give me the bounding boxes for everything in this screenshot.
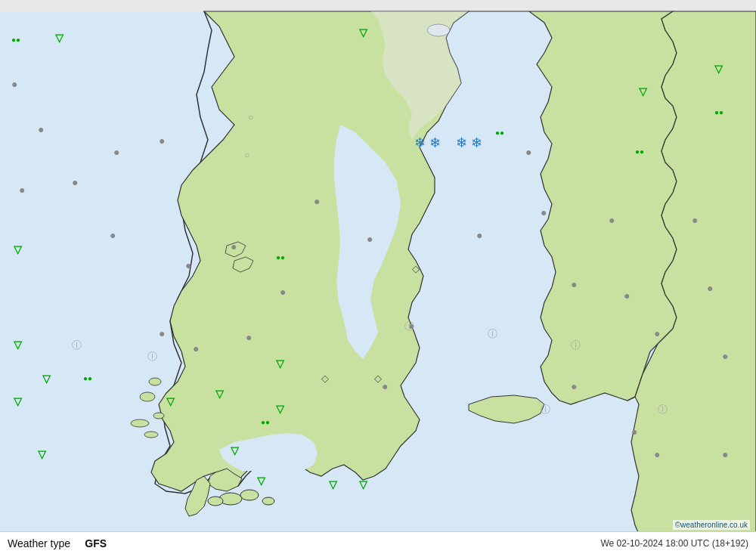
watermark: ©weatheronline.co.uk xyxy=(673,520,750,530)
halfcircle-symbol: Ⓘ xyxy=(658,403,668,416)
snowflake-symbol: ❄ xyxy=(456,135,467,151)
precip-symbol: ▽ xyxy=(14,395,22,407)
precip-symbol: ▽ xyxy=(276,403,284,415)
precip-symbol: ▽ xyxy=(42,373,51,385)
precip-symbol: ▽ xyxy=(359,26,367,39)
snow-symbol: ● xyxy=(159,135,165,147)
svg-point-8 xyxy=(208,497,223,506)
snow-symbol: ● xyxy=(654,448,660,460)
diamond-symbol: ◇ xyxy=(412,263,420,274)
drizzle-symbol: ●● xyxy=(83,374,92,382)
drizzle-symbol: ●● xyxy=(11,36,20,44)
snow-symbol: ● xyxy=(609,214,615,226)
snow-symbol: ● xyxy=(707,282,713,294)
precip-symbol: ▽ xyxy=(14,339,22,351)
svg-point-4 xyxy=(153,413,164,419)
model-label: GFS xyxy=(85,537,107,549)
drizzle-symbol: ●● xyxy=(714,108,723,116)
circle-symbol: ○ xyxy=(248,112,253,122)
drizzle-symbol: ●● xyxy=(276,253,285,262)
snow-symbol: ● xyxy=(113,146,119,158)
datetime-label: We 02-10-2024 18:00 UTC (18+192) xyxy=(600,538,748,549)
snow-symbol: ● xyxy=(193,342,199,354)
halfcircle-symbol: Ⓘ xyxy=(147,350,157,364)
drizzle-symbol: ●● xyxy=(261,418,270,426)
svg-point-3 xyxy=(140,392,155,401)
precip-symbol: ▽ xyxy=(166,395,175,407)
halfcircle-symbol: Ⓘ xyxy=(72,339,82,352)
precip-symbol: ▽ xyxy=(14,243,22,255)
diamond-symbol: ◇ xyxy=(374,373,382,384)
snow-symbol: ● xyxy=(231,240,237,252)
svg-point-6 xyxy=(144,432,158,438)
snow-symbol: ● xyxy=(571,380,577,392)
halfcircle-symbol: Ⓘ xyxy=(541,403,550,416)
snowflake-symbol: ❄ xyxy=(414,135,426,151)
snow-symbol: ● xyxy=(11,78,17,90)
snow-symbol: ● xyxy=(159,327,165,339)
snow-symbol: ● xyxy=(110,229,116,241)
drizzle-symbol: ●● xyxy=(635,147,644,156)
svg-point-9 xyxy=(240,490,259,500)
map-svg xyxy=(0,0,756,554)
precip-symbol: ▽ xyxy=(38,448,46,460)
snow-symbol: ● xyxy=(314,195,320,207)
snow-symbol: ● xyxy=(367,233,373,245)
snowflake-symbol: ❄ xyxy=(429,135,441,151)
snow-symbol: ● xyxy=(722,448,728,460)
halfcircle-symbol: Ⓘ xyxy=(571,339,581,352)
snow-symbol: ● xyxy=(280,286,286,298)
svg-point-10 xyxy=(262,497,274,505)
precip-symbol: ▽ xyxy=(714,63,723,75)
precip-symbol: ▽ xyxy=(639,85,647,97)
snow-symbol: ● xyxy=(654,327,660,339)
snow-symbol: ● xyxy=(692,214,698,226)
snow-symbol: ● xyxy=(38,123,44,135)
map-container: ▽ ▽ ▽ ▽ ▽ ▽ ▽ ▽ ▽ ▽ ▽ ▽ ▽ ▽ ▽ ▽ ▽ ● ● ● … xyxy=(0,0,756,554)
halfcircle-symbol: Ⓘ xyxy=(488,327,497,341)
snow-symbol: ● xyxy=(624,289,630,302)
snow-symbol: ● xyxy=(541,206,547,218)
snow-symbol: ● xyxy=(525,146,531,158)
snow-symbol: ● xyxy=(72,176,78,188)
snow-symbol: ● xyxy=(246,331,252,343)
precip-symbol: ▽ xyxy=(215,388,224,400)
bottom-left-info: Weather type GFS xyxy=(8,537,107,549)
precip-symbol: ▽ xyxy=(359,478,367,491)
snowflake-symbol: ❄ xyxy=(471,135,482,151)
precip-symbol: ▽ xyxy=(257,475,265,487)
snow-symbol: ● xyxy=(185,259,191,271)
svg-point-5 xyxy=(131,419,149,427)
precip-symbol: ▽ xyxy=(329,478,337,491)
snow-symbol: ● xyxy=(571,278,577,290)
precip-symbol: ▽ xyxy=(231,444,239,457)
halfcircle-symbol: Ⓘ xyxy=(404,320,414,333)
snow-symbol: ● xyxy=(382,380,388,392)
precip-symbol: ▽ xyxy=(276,357,284,370)
weather-type-label: Weather type xyxy=(8,537,70,549)
bottom-bar: Weather type GFS We 02-10-2024 18:00 UTC… xyxy=(0,531,756,554)
drizzle-symbol: ●● xyxy=(495,128,504,137)
snow-symbol: ● xyxy=(476,229,482,241)
precip-symbol: ▽ xyxy=(55,32,64,44)
diamond-symbol: ◇ xyxy=(321,373,329,384)
circle-symbol: ○ xyxy=(244,150,249,160)
snow-symbol: ● xyxy=(19,184,25,196)
svg-point-2 xyxy=(149,378,161,385)
snow-symbol: ● xyxy=(631,426,637,438)
snow-symbol: ● xyxy=(722,350,728,362)
